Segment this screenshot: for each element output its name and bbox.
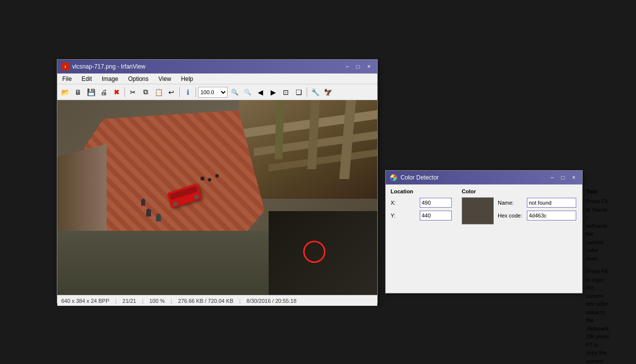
wheel-left	[172, 201, 178, 207]
print-button[interactable]: 🖨	[98, 86, 110, 98]
game-scene	[57, 100, 377, 295]
info-button[interactable]: ℹ	[182, 86, 194, 98]
cd-y-row: Y:	[391, 210, 452, 221]
zoom-in-icon: 🔍	[231, 89, 238, 96]
status-date: 8/30/2016 / 20:55:18	[246, 298, 296, 304]
figure-2	[156, 214, 161, 221]
figure-3	[141, 199, 145, 206]
cd-app-icon	[390, 174, 398, 182]
open-button[interactable]: 📂	[59, 86, 71, 98]
zoom-out-button[interactable]: 🔍	[241, 86, 253, 98]
menu-edit[interactable]: Edit	[79, 74, 95, 83]
paste-icon: 📋	[155, 88, 163, 96]
status-zoom: 100 %	[149, 298, 164, 304]
cd-name-row: Name:	[498, 197, 576, 208]
toolbar-sep-4	[307, 87, 307, 97]
color-detector-window: Color Detector − □ × Location X: Y:	[385, 170, 583, 293]
close-button[interactable]: ×	[364, 62, 373, 71]
zoom-select[interactable]: 100.0	[198, 87, 228, 98]
statusbar: 640 x 384 x 24 BPP | 21/21 | 100 % | 276…	[57, 295, 377, 306]
cd-close-button[interactable]: ×	[569, 173, 578, 182]
color-detector-title-bar: Color Detector − □ ×	[386, 171, 582, 184]
cd-content: Location X: Y: Color Name:	[386, 184, 582, 364]
cd-title-left: Color Detector	[390, 174, 438, 182]
cd-hex-input[interactable]	[527, 211, 576, 220]
menu-file[interactable]: File	[59, 74, 75, 83]
cut-icon: ✂	[130, 88, 136, 96]
menu-view[interactable]: View	[156, 74, 174, 83]
prev-icon: ◀	[258, 88, 263, 96]
cd-tips-section: Tips Press F5 to freeze / unfreeze the c…	[586, 188, 610, 364]
title-bar-left: I vlcsnap-717.png - IrfanView	[61, 63, 146, 71]
menu-help[interactable]: Help	[178, 74, 197, 83]
dot-3	[215, 174, 219, 178]
fit-button[interactable]: ⊡	[280, 86, 292, 98]
cd-x-label: X:	[391, 200, 418, 206]
title-bar-controls: − □ ×	[343, 62, 373, 71]
menu-image[interactable]: Image	[99, 74, 121, 83]
cut-button[interactable]: ✂	[127, 86, 139, 98]
toolbar: 📂 🖥 💾 🖨 ✖ ✂ ⧉ 📋 ↩ ℹ 100.0 🔍 🔍 ◀ ▶ ⊡ ❑ 🔧 …	[57, 84, 377, 100]
copy-icon: ⧉	[143, 88, 148, 96]
cd-y-label: Y:	[391, 213, 418, 218]
status-size: 276.66 KB / 720.04 KB	[178, 298, 234, 304]
x-icon: ✖	[114, 88, 119, 96]
menu-options[interactable]: Options	[125, 74, 151, 83]
image-area[interactable]	[57, 100, 377, 295]
color-swatch	[462, 197, 494, 224]
status-dimensions: 640 x 384 x 24 BPP	[61, 298, 109, 304]
cd-y-input[interactable]	[420, 211, 452, 220]
cd-x-input[interactable]	[420, 198, 452, 208]
figure-1	[146, 209, 151, 217]
toolbar-sep-2	[179, 87, 180, 97]
cd-hexcode-label: Hex code:	[498, 213, 525, 218]
prev-image-button[interactable]: ◀	[254, 86, 266, 98]
undo-button[interactable]: ↩	[165, 86, 177, 98]
fit-icon: ⊡	[283, 88, 289, 96]
copy2-button[interactable]: ❑	[293, 86, 305, 98]
irfanview-title-bar: I vlcsnap-717.png - IrfanView − □ ×	[57, 60, 377, 73]
screen-icon: 🖥	[75, 88, 81, 96]
irfanview-window: I vlcsnap-717.png - IrfanView − □ × File…	[57, 59, 378, 303]
toolbar-sep-1	[124, 87, 125, 97]
copy-button[interactable]: ⧉	[140, 86, 152, 98]
print-icon: 🖨	[100, 88, 107, 96]
save-button[interactable]: 💾	[85, 86, 97, 98]
cd-location-title: Location	[391, 188, 452, 194]
cd-title-controls: − □ ×	[548, 173, 578, 182]
zoom-in-button[interactable]: 🔍	[229, 86, 240, 98]
minimize-button[interactable]: −	[343, 62, 352, 71]
irfan-button[interactable]: 🦅	[322, 86, 334, 98]
cd-minimize-button[interactable]: −	[548, 173, 556, 182]
circle-marker	[303, 241, 325, 263]
copy2-icon: ❑	[296, 88, 302, 96]
menu-bar: File Edit Image Options View Help	[57, 73, 377, 84]
cd-maximize-button[interactable]: □	[558, 173, 567, 182]
cd-x-row: X:	[391, 197, 452, 208]
dot-1	[200, 177, 204, 181]
paste-button[interactable]: 📋	[153, 86, 164, 98]
cd-tips-title: Tips	[586, 188, 610, 194]
cd-tip1: Press F5 to freeze / unfreeze the curren…	[586, 197, 610, 262]
cd-color-title: Color	[462, 188, 576, 194]
info-icon: ℹ	[187, 88, 189, 96]
cd-window-title: Color Detector	[400, 174, 438, 181]
cd-location-section: Location X: Y:	[391, 188, 452, 221]
settings-button[interactable]: 🔧	[309, 86, 321, 98]
delete-button[interactable]: ✖	[111, 86, 122, 98]
toolbar-sep-3	[196, 87, 196, 97]
screen-button[interactable]: 🖥	[72, 86, 84, 98]
wheel-right	[194, 194, 199, 200]
status-count: 21/21	[122, 298, 136, 304]
cd-hex-row: Hex code:	[498, 210, 576, 221]
window-title: vlcsnap-717.png - IrfanView	[72, 63, 146, 70]
app-icon: I	[61, 63, 69, 71]
maximize-button[interactable]: □	[354, 62, 362, 71]
wrench-icon: 🔧	[311, 88, 319, 96]
irfan-icon: 🦅	[324, 88, 332, 96]
cd-name-label: Name:	[498, 200, 525, 206]
cd-name-input[interactable]	[527, 198, 576, 208]
next-image-button[interactable]: ▶	[267, 86, 279, 98]
cd-color-row: Name: Hex code:	[462, 197, 576, 224]
zoom-out-icon: 🔍	[244, 89, 251, 96]
